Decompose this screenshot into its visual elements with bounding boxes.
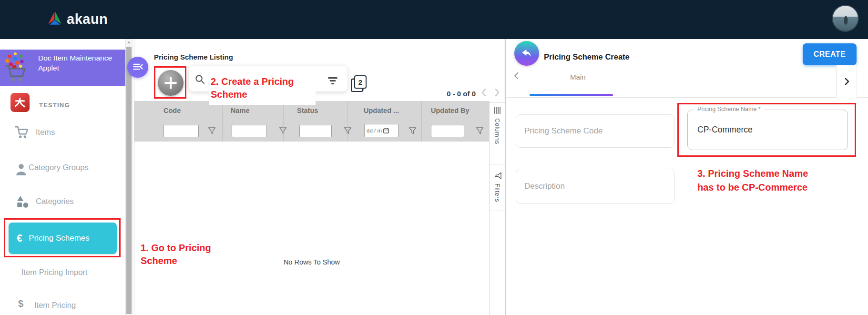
- annotation-rect-step3: [677, 103, 856, 157]
- tab-scroll-right[interactable]: [836, 65, 857, 98]
- sidebar-item-items[interactable]: Items: [36, 128, 55, 137]
- sidebar-item-category-groups[interactable]: Category Groups: [29, 163, 89, 172]
- updated-funnel-icon[interactable]: [408, 127, 417, 134]
- pagination-next-icon[interactable]: [493, 88, 501, 99]
- updated-by-filter-input[interactable]: [431, 125, 464, 137]
- annotation-step3: 3. Pricing Scheme Name has to be CP-Comm…: [697, 167, 855, 194]
- filter-list-icon[interactable]: [327, 77, 338, 85]
- scrollbar-up-arrow[interactable]: ▲: [126, 40, 132, 44]
- duplicate-pages-icon[interactable]: 2: [351, 75, 367, 92]
- akaun-logo-icon: [46, 10, 63, 29]
- back-button[interactable]: [514, 41, 539, 66]
- applet-title: Doc Item Maintenance Applet: [38, 53, 122, 73]
- name-filter-input[interactable]: [232, 125, 267, 137]
- code-filter-input[interactable]: [163, 125, 199, 137]
- testing-app-icon[interactable]: [10, 93, 30, 112]
- scrollbar-thumb[interactable]: [126, 47, 132, 314]
- create-tabbar: Main: [506, 65, 868, 98]
- top-navbar: akaun: [0, 0, 868, 39]
- pricing-scheme-create-panel: Pricing Scheme Create CREATE Main Pricin…: [505, 39, 868, 315]
- sidebar-collapse-button[interactable]: [127, 57, 148, 78]
- applet-cart-icon: [3, 51, 30, 84]
- tab-filters[interactable]: Filters: [490, 168, 505, 211]
- table-filter-row: dd / m: [134, 120, 489, 142]
- logo-text: akaun: [67, 11, 108, 27]
- applet-header[interactable]: Doc Item Maintenance Applet: [0, 50, 125, 86]
- calendar-icon: [383, 128, 389, 133]
- status-filter-input[interactable]: [299, 125, 332, 137]
- create-button[interactable]: CREATE: [803, 43, 857, 65]
- annotation-step1: 1. Go to Pricing Scheme: [139, 239, 224, 281]
- annotation-step2: 2. Create a Pricing Scheme: [209, 74, 316, 105]
- back-arrow-icon: [520, 46, 534, 61]
- columns-icon: [494, 107, 501, 114]
- description-field[interactable]: Description: [516, 169, 675, 204]
- dollar-icon: $: [18, 298, 23, 309]
- listing-title: Pricing Scheme Listing: [154, 53, 233, 61]
- tab-columns[interactable]: Columns: [490, 102, 505, 164]
- active-tab-underline: [530, 94, 613, 96]
- column-header-status[interactable]: Status: [297, 107, 318, 114]
- tab-scroll-left-icon[interactable]: [513, 71, 520, 82]
- column-header-name[interactable]: Name: [231, 107, 250, 114]
- sidebar: Doc Item Maintenance Applet ▲ TESTING: [0, 39, 134, 315]
- sidebar-section-label: TESTING: [39, 102, 70, 109]
- shapes-icon: [16, 195, 29, 211]
- cart-icon: [14, 125, 30, 142]
- description-placeholder: Description: [524, 182, 565, 191]
- column-header-updated[interactable]: Updated ...: [364, 107, 399, 114]
- column-header-updated-by[interactable]: Updated By: [431, 107, 470, 114]
- updated-by-funnel-icon[interactable]: [476, 127, 484, 134]
- pricing-scheme-code-field[interactable]: Pricing Scheme Code: [516, 114, 675, 148]
- annotation-rect-step1: [4, 218, 121, 257]
- tab-main[interactable]: Main: [570, 73, 586, 81]
- create-panel-title: Pricing Scheme Create: [544, 52, 630, 61]
- sidebar-item-categories[interactable]: Categories: [36, 197, 74, 206]
- akaun-logo[interactable]: akaun: [46, 10, 108, 29]
- pagination-prev-icon[interactable]: [480, 88, 488, 99]
- updated-date-filter-input[interactable]: dd / m: [364, 124, 398, 137]
- sidebar-item-item-pricing[interactable]: Item Pricing: [34, 301, 76, 310]
- user-avatar[interactable]: [833, 6, 858, 31]
- person-icon: [15, 163, 27, 178]
- pricing-scheme-table: Code Name Status Updated ... Updated By …: [134, 101, 489, 315]
- sidebar-item-item-pricing-import[interactable]: Item Pricing Import: [21, 268, 87, 277]
- search-icon: [195, 74, 205, 86]
- annotation-rect-step2: [154, 66, 186, 99]
- tab-scroll-right-icon: [843, 77, 850, 86]
- column-header-code[interactable]: Code: [163, 107, 181, 114]
- pagination-summary: 0 - 0 of 0: [401, 90, 476, 98]
- sidebar-scrollbar[interactable]: ▲: [125, 39, 133, 315]
- funnel-icon: [494, 172, 501, 180]
- code-funnel-icon[interactable]: [208, 127, 216, 134]
- pricing-scheme-code-placeholder: Pricing Scheme Code: [524, 126, 602, 136]
- pricing-scheme-listing-panel: Pricing Scheme Listing 2. Create a Prici…: [134, 39, 504, 315]
- collapse-menu-icon: [132, 61, 144, 74]
- app-window: akaun: [0, 0, 868, 315]
- grid-tool-tabs: Columns Filters: [489, 101, 505, 315]
